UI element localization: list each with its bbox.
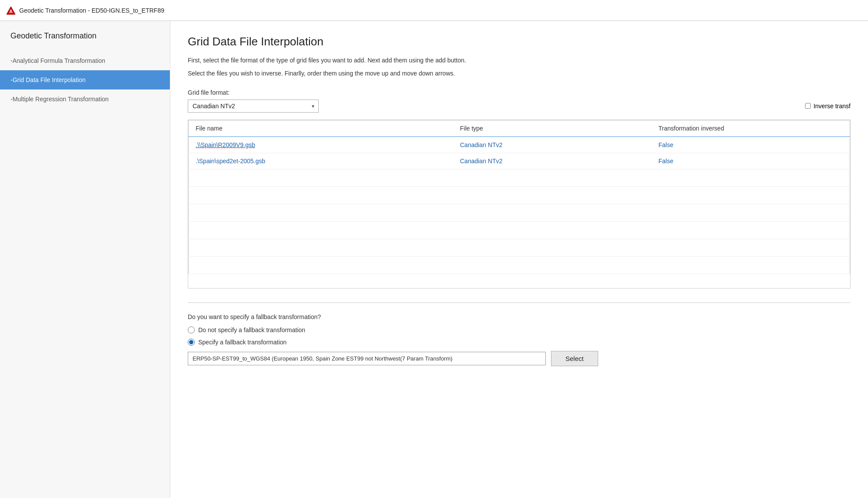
app-icon: A <box>6 6 16 15</box>
sidebar-item-label-regression: -Multiple Regression Transformation <box>10 96 109 103</box>
empty-row <box>189 186 850 204</box>
inverse-checkbox[interactable] <box>805 103 811 109</box>
table-body: .\\Spain\R2009V9.gsb Canadian NTv2 False… <box>189 137 850 274</box>
file-table: File name File type Transformation inver… <box>188 120 850 274</box>
empty-row <box>189 169 850 186</box>
cell-filename-2[interactable]: .\Spain\sped2et-2005.gsb <box>189 153 453 169</box>
sidebar-item-analytical[interactable]: -Analytical Formula Transformation <box>0 51 170 70</box>
grid-format-dropdown[interactable]: Canadian NTv2 NADCON NTv1 NTv2 <box>188 100 319 113</box>
cell-filename-1[interactable]: .\\Spain\R2009V9.gsb <box>189 137 453 153</box>
title-bar: A Geodetic Transformation - ED50-IGN.ES_… <box>0 0 868 21</box>
cell-filetype-2: Canadian NTv2 <box>453 153 652 169</box>
content-area: Grid Data File Interpolation First, sele… <box>170 21 868 498</box>
inverse-checkbox-container: Inverse transf <box>805 103 851 110</box>
description-2: Select the files you wish to inverse. Fi… <box>188 69 851 78</box>
no-fallback-label: Do not specify a fallback transformation <box>198 326 305 333</box>
description-1: First, select the file format of the typ… <box>188 55 851 65</box>
fallback-section: Do you want to specify a fallback transf… <box>188 313 851 366</box>
col-filename: File name <box>189 120 453 137</box>
grid-format-label: Grid file format: <box>188 89 851 96</box>
cell-filetype-1: Canadian NTv2 <box>453 137 652 153</box>
col-filetype: File type <box>453 120 652 137</box>
sidebar-item-regression[interactable]: -Multiple Regression Transformation <box>0 89 170 109</box>
select-button[interactable]: Select <box>551 351 598 366</box>
table-header: File name File type Transformation inver… <box>189 120 850 137</box>
sidebar-item-label-analytical: -Analytical Formula Transformation <box>10 57 105 64</box>
cell-inversed-2: False <box>651 153 850 169</box>
specify-fallback-label: Specify a fallback transformation <box>198 339 286 346</box>
format-inverse-row: Canadian NTv2 NADCON NTv1 NTv2 ▼ Inverse… <box>188 100 851 113</box>
grid-format-dropdown-wrapper: Canadian NTv2 NADCON NTv1 NTv2 ▼ <box>188 100 319 113</box>
radio-no-fallback[interactable] <box>188 326 195 333</box>
sidebar-item-label-grid: -Grid Data File Interpolation <box>10 76 86 83</box>
section-divider <box>188 302 851 303</box>
sidebar-title: Geodetic Transformation <box>0 31 170 51</box>
fallback-input-row: Select <box>188 351 851 366</box>
sidebar-item-grid[interactable]: -Grid Data File Interpolation <box>0 70 170 89</box>
fallback-input[interactable] <box>188 352 546 365</box>
inverse-label: Inverse transf <box>813 103 851 110</box>
radio-option-specify-fallback[interactable]: Specify a fallback transformation <box>188 339 851 346</box>
fallback-question: Do you want to specify a fallback transf… <box>188 313 851 320</box>
empty-row <box>189 204 850 221</box>
empty-row <box>189 239 850 256</box>
empty-row <box>189 221 850 239</box>
window-title: Geodetic Transformation - ED50-IGN.ES_to… <box>19 7 164 14</box>
col-inversed: Transformation inversed <box>651 120 850 137</box>
radio-option-no-fallback[interactable]: Do not specify a fallback transformation <box>188 326 851 333</box>
sidebar: Geodetic Transformation -Analytical Form… <box>0 21 170 498</box>
file-table-wrapper: File name File type Transformation inver… <box>188 120 851 288</box>
main-container: Geodetic Transformation -Analytical Form… <box>0 21 868 498</box>
empty-row <box>189 256 850 274</box>
page-title: Grid Data File Interpolation <box>188 35 851 48</box>
svg-text:A: A <box>9 9 13 14</box>
table-row[interactable]: .\Spain\sped2et-2005.gsb Canadian NTv2 F… <box>189 153 850 169</box>
radio-specify-fallback[interactable] <box>188 339 195 346</box>
table-row[interactable]: .\\Spain\R2009V9.gsb Canadian NTv2 False <box>189 137 850 153</box>
cell-inversed-1: False <box>651 137 850 153</box>
